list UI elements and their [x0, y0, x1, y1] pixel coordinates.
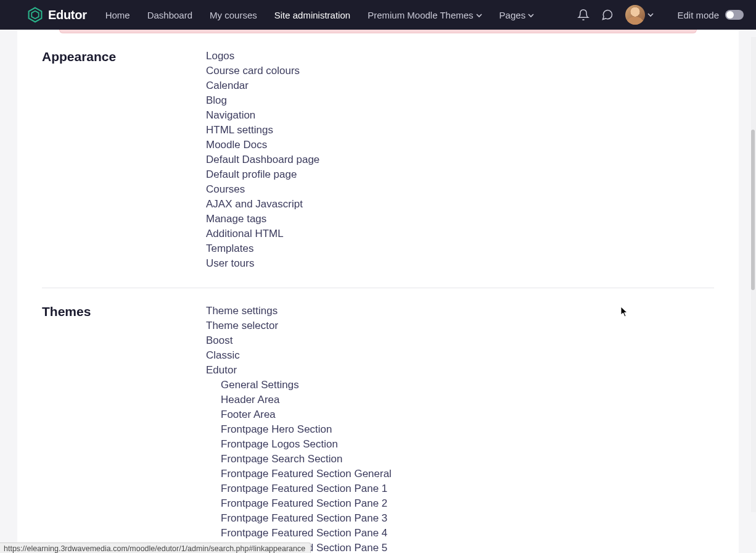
link-logos[interactable]: Logos	[206, 48, 714, 63]
section-appearance: Appearance Logos Course card colours Cal…	[42, 33, 714, 270]
link-additional-html[interactable]: Additional HTML	[206, 226, 714, 241]
link-manage-tags[interactable]: Manage tags	[206, 211, 714, 226]
link-general-settings[interactable]: General Settings	[221, 377, 714, 392]
svg-marker-1	[31, 11, 38, 19]
link-frontpage-search[interactable]: Frontpage Search Section	[221, 451, 714, 466]
link-frontpage-featured-general[interactable]: Frontpage Featured Section General	[221, 466, 714, 481]
user-menu[interactable]	[625, 5, 654, 25]
chevron-down-icon	[476, 10, 482, 20]
link-blog[interactable]: Blog	[206, 93, 714, 107]
nav-premium-themes[interactable]: Premium Moodle Themes	[368, 10, 482, 20]
nav-site-administration[interactable]: Site administration	[274, 10, 350, 20]
scrollbar-track[interactable]	[751, 37, 756, 512]
link-default-dashboard-page[interactable]: Default Dashboard page	[206, 152, 714, 167]
messages-icon[interactable]	[601, 9, 614, 21]
svg-marker-0	[29, 8, 42, 22]
avatar	[625, 5, 645, 25]
nav-pages-label: Pages	[499, 10, 526, 20]
link-frontpage-logos[interactable]: Frontpage Logos Section	[221, 436, 714, 451]
section-title-appearance: Appearance	[42, 48, 206, 270]
link-frontpage-hero[interactable]: Frontpage Hero Section	[221, 422, 714, 436]
link-footer-area[interactable]: Footer Area	[221, 407, 714, 422]
nav-dashboard[interactable]: Dashboard	[147, 10, 192, 20]
nav-home[interactable]: Home	[105, 10, 130, 20]
link-frontpage-featured-pane-2[interactable]: Frontpage Featured Section Pane 2	[221, 496, 714, 510]
section-links-themes: Theme settings Theme selector Boost Clas…	[206, 303, 714, 553]
nav-right: Edit mode	[577, 5, 744, 25]
brand-name: Edutor	[48, 8, 87, 22]
link-moodle-docs[interactable]: Moodle Docs	[206, 137, 714, 152]
link-boost[interactable]: Boost	[206, 333, 714, 347]
browser-status-bar: https://elearning.3rdwavemedia.com/moodl…	[0, 543, 311, 553]
chevron-down-icon	[647, 9, 654, 20]
nav-premium-themes-label: Premium Moodle Themes	[368, 10, 473, 20]
link-ajax-javascript[interactable]: AJAX and Javascript	[206, 196, 714, 211]
link-edutor[interactable]: Edutor	[206, 362, 714, 377]
nav-pages[interactable]: Pages	[499, 10, 535, 20]
link-html-settings[interactable]: HTML settings	[206, 122, 714, 137]
top-navbar: Edutor Home Dashboard My courses Site ad…	[0, 0, 756, 30]
link-frontpage-featured-pane-3[interactable]: Frontpage Featured Section Pane 3	[221, 510, 714, 525]
page-content: Appearance Logos Course card colours Cal…	[17, 30, 739, 553]
link-courses[interactable]: Courses	[206, 181, 714, 196]
edit-mode-label: Edit mode	[677, 10, 719, 20]
section-links-appearance: Logos Course card colours Calendar Blog …	[206, 48, 714, 270]
link-calendar[interactable]: Calendar	[206, 78, 714, 93]
link-theme-selector[interactable]: Theme selector	[206, 318, 714, 333]
brand-logo-icon	[27, 7, 43, 23]
section-title-themes: Themes	[42, 303, 206, 553]
edutor-sublinks: General Settings Header Area Footer Area…	[206, 377, 714, 553]
link-templates[interactable]: Templates	[206, 241, 714, 256]
link-user-tours[interactable]: User tours	[206, 256, 714, 270]
chevron-down-icon	[528, 10, 534, 20]
notifications-icon[interactable]	[577, 9, 590, 21]
nav-my-courses[interactable]: My courses	[210, 10, 257, 20]
edit-mode-control: Edit mode	[677, 10, 744, 20]
link-frontpage-featured-pane-1[interactable]: Frontpage Featured Section Pane 1	[221, 481, 714, 496]
link-default-profile-page[interactable]: Default profile page	[206, 167, 714, 181]
link-navigation[interactable]: Navigation	[206, 107, 714, 122]
section-themes: Themes Theme settings Theme selector Boo…	[42, 288, 714, 553]
primary-nav: Home Dashboard My courses Site administr…	[105, 10, 578, 20]
scrollbar-thumb[interactable]	[751, 130, 755, 290]
link-frontpage-featured-pane-4[interactable]: Frontpage Featured Section Pane 4	[221, 525, 714, 540]
link-theme-settings[interactable]: Theme settings	[206, 303, 714, 318]
link-classic[interactable]: Classic	[206, 347, 714, 362]
link-course-card-colours[interactable]: Course card colours	[206, 63, 714, 78]
link-header-area[interactable]: Header Area	[221, 392, 714, 407]
brand[interactable]: Edutor	[27, 7, 87, 23]
edit-mode-toggle[interactable]	[725, 10, 744, 20]
